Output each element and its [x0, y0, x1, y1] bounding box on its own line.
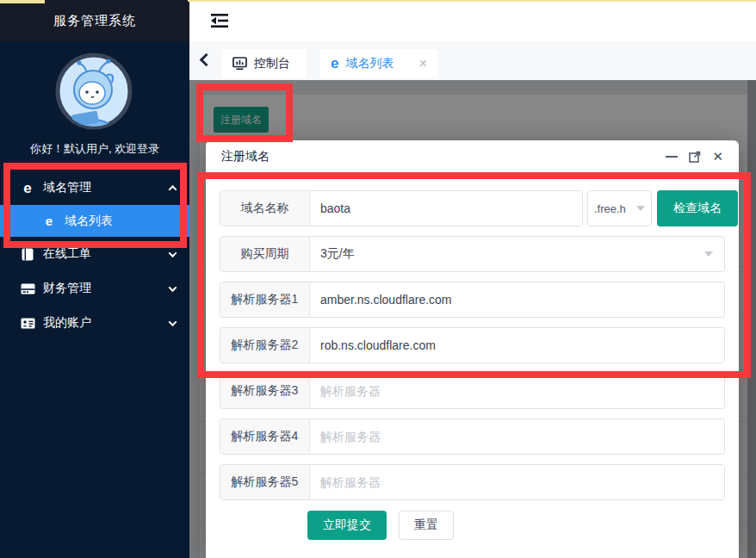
- field-label: 购买周期: [220, 237, 310, 271]
- form-row-purchase-cycle: 购买周期 3元/年: [220, 236, 725, 272]
- dns-server-5-input[interactable]: [310, 465, 724, 499]
- sidebar-item-label: 域名管理: [43, 180, 91, 195]
- register-domain-modal: 注册域名 ✕ 域名名称 .free.h: [206, 140, 739, 558]
- field-label: 解析服务器5: [220, 465, 310, 499]
- top-accent-strip-left: [0, 0, 45, 3]
- register-domain-form: 域名名称 .free.h 检查域名 购买周期 3元/年: [206, 173, 739, 540]
- dns-server-4-input[interactable]: [310, 419, 724, 454]
- sidebar-menu: e 域名管理 e 域名列表 在线工单: [0, 170, 189, 340]
- app-window: 服务管理系统 你好！默认用户, 欢迎登录: [0, 0, 756, 558]
- dns-server-1-input[interactable]: [310, 282, 724, 317]
- menu-fold-icon[interactable]: [210, 12, 229, 29]
- credit-card-icon: [19, 283, 36, 294]
- domain-name-input[interactable]: [310, 191, 582, 226]
- tab-domain-list[interactable]: e 域名列表 ×: [320, 49, 437, 78]
- sidebar-item-label: 财务管理: [43, 281, 91, 296]
- field-label: 解析服务器2: [220, 328, 310, 363]
- reset-button[interactable]: 重置: [399, 511, 454, 540]
- mascot-avatar-icon: [55, 53, 133, 130]
- sidebar-item-label: 我的账户: [43, 315, 91, 331]
- app-title: 服务管理系统: [0, 0, 189, 41]
- avatar: [55, 53, 133, 130]
- modal-close-icon[interactable]: ✕: [712, 150, 723, 163]
- chevron-down-icon: [169, 318, 177, 326]
- tabs-back-chevron-icon[interactable]: [200, 53, 214, 67]
- field-label: 解析服务器3: [220, 374, 310, 408]
- minimize-icon[interactable]: [666, 156, 678, 158]
- dns-server-2-input[interactable]: [310, 328, 724, 363]
- field-label: 域名名称: [220, 191, 310, 226]
- form-row-dns1: 解析服务器1: [220, 282, 725, 318]
- sidebar-item-work-orders[interactable]: 在线工单: [0, 237, 189, 271]
- e-globe-icon: e: [19, 181, 36, 195]
- maximize-icon[interactable]: [689, 151, 701, 163]
- console-monitor-icon: [232, 57, 247, 71]
- e-globe-icon: e: [331, 56, 338, 71]
- sidebar: 服务管理系统 你好！默认用户, 欢迎登录: [0, 0, 189, 558]
- form-row-dns2: 解析服务器2: [220, 327, 725, 363]
- sidebar-item-domain-management[interactable]: e 域名管理: [0, 170, 189, 205]
- chevron-down-icon: [169, 249, 177, 257]
- chevron-down-icon: [169, 283, 177, 292]
- tab-close-icon[interactable]: ×: [419, 57, 427, 71]
- user-greeting: 你好！默认用户, 欢迎登录: [0, 141, 189, 157]
- purchase-cycle-value: 3元/年: [310, 237, 724, 271]
- field-label: 解析服务器1: [220, 282, 310, 317]
- sidebar-item-finance[interactable]: 财务管理: [0, 271, 189, 306]
- chevron-down-icon: [636, 206, 645, 211]
- chevron-down-icon: [704, 251, 713, 257]
- modal-header[interactable]: 注册域名 ✕: [206, 140, 739, 173]
- sidebar-subitem-label: 域名列表: [65, 214, 113, 229]
- sidebar-item-label: 在线工单: [43, 246, 91, 262]
- id-card-icon: [19, 318, 36, 329]
- sidebar-item-domain-list[interactable]: e 域名列表: [0, 205, 189, 237]
- tab-label: 控制台: [254, 56, 290, 71]
- dns-server-3-input[interactable]: [310, 374, 724, 408]
- form-row-dns3: 解析服务器3: [220, 373, 725, 409]
- check-domain-button[interactable]: 检查域名: [657, 190, 738, 226]
- modal-title: 注册域名: [221, 149, 270, 164]
- field-label: 解析服务器4: [220, 419, 310, 454]
- tld-select-value: .free.h: [594, 202, 626, 215]
- topbar: [189, 0, 756, 41]
- form-row-dns5: 解析服务器5: [220, 464, 725, 500]
- book-icon: [19, 248, 36, 261]
- form-actions: 立即提交 重置: [307, 511, 725, 540]
- e-globe-icon: e: [40, 214, 58, 227]
- submit-button[interactable]: 立即提交: [307, 511, 387, 540]
- sidebar-item-my-account[interactable]: 我的账户: [0, 306, 189, 340]
- modal-window-controls: ✕: [666, 150, 723, 163]
- form-row-dns4: 解析服务器4: [220, 418, 725, 455]
- form-row-domain-name: 域名名称 .free.h 检查域名: [220, 190, 738, 226]
- tld-select[interactable]: .free.h: [587, 190, 652, 226]
- tab-label: 域名列表: [345, 56, 393, 71]
- top-accent-strip-right: [188, 0, 756, 2]
- domain-name-group: 域名名称: [220, 190, 583, 226]
- chevron-up-icon: [169, 184, 177, 193]
- tab-bar: 控制台 e 域名列表 ×: [189, 41, 756, 80]
- purchase-cycle-select[interactable]: 购买周期 3元/年: [220, 236, 725, 272]
- tab-console[interactable]: 控制台: [222, 49, 307, 78]
